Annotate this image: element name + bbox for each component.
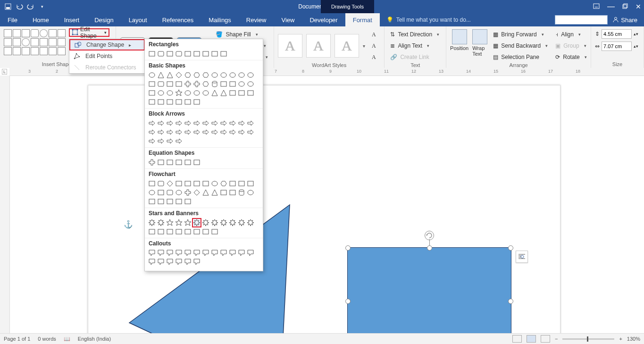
shape-flow-13[interactable] xyxy=(157,188,165,197)
rotate-button[interactable]: ⟳Rotate xyxy=(553,52,588,62)
shape-arrows-0[interactable] xyxy=(148,119,156,127)
height-spinner-icon[interactable]: ▴▾ xyxy=(634,32,638,36)
equation-grid[interactable] xyxy=(145,157,263,168)
tab-file[interactable]: File xyxy=(0,13,25,26)
shape-flow-9[interactable] xyxy=(228,179,237,188)
width-spinner-icon[interactable]: ▴▾ xyxy=(634,44,638,49)
shape-stars-0[interactable] xyxy=(148,218,156,227)
send-backward-button[interactable]: ▦Send Backward xyxy=(491,41,550,51)
minimize-icon[interactable]: — xyxy=(607,5,615,8)
more-wordart-icon[interactable]: ▾ xyxy=(363,43,365,49)
text-direction-button[interactable]: ⇅Text Direction xyxy=(388,29,441,40)
shape-arrows-18[interactable] xyxy=(201,128,210,136)
align-button[interactable]: ⫞Align xyxy=(553,29,588,40)
tab-format[interactable]: Format xyxy=(345,13,380,26)
stars-grid[interactable] xyxy=(145,218,263,238)
shape-stars-15[interactable] xyxy=(175,227,183,236)
tab-selector[interactable]: L xyxy=(2,69,7,75)
shape-arrows-8[interactable] xyxy=(219,119,228,127)
shape-arrows-27[interactable] xyxy=(175,137,183,145)
selection-pane-button[interactable]: ▤Selection Pane xyxy=(491,52,550,62)
spellcheck-icon[interactable]: 📖 xyxy=(64,336,70,342)
shape-arrows-1[interactable] xyxy=(157,119,165,127)
menu-change-shape[interactable]: Change Shape xyxy=(69,39,145,50)
shape-rect-0[interactable] xyxy=(148,50,156,58)
tab-mailings[interactable]: Mailings xyxy=(201,13,239,26)
shape-flow-27[interactable] xyxy=(175,197,183,206)
shape-arrows-4[interactable] xyxy=(184,119,192,127)
rotation-handle[interactable] xyxy=(425,231,434,240)
shape-arrows-13[interactable] xyxy=(157,128,165,136)
shape-stars-9[interactable] xyxy=(228,218,237,227)
shape-arrows-12[interactable] xyxy=(148,128,156,136)
shape-stars-8[interactable] xyxy=(219,218,228,227)
shape-arrows-6[interactable] xyxy=(201,119,210,127)
shape-fill-button[interactable]: 🪣Shape Fill xyxy=(214,29,270,40)
shape-flow-10[interactable] xyxy=(237,179,246,188)
shape-basic-15[interactable] xyxy=(175,80,183,88)
shape-basic-31[interactable] xyxy=(210,89,219,97)
shape-flow-18[interactable] xyxy=(201,188,210,197)
menu-edit-points[interactable]: Edit Points xyxy=(69,50,145,62)
print-layout-icon[interactable] xyxy=(527,335,536,343)
tab-home[interactable]: Home xyxy=(25,13,57,26)
shape-stars-17[interactable] xyxy=(192,227,201,236)
shape-arrows-11[interactable] xyxy=(246,119,255,127)
shape-flow-26[interactable] xyxy=(166,197,174,206)
selected-rectangle-shape[interactable] xyxy=(347,247,511,344)
shape-basic-11[interactable] xyxy=(246,71,255,79)
shape-flow-7[interactable] xyxy=(210,179,219,188)
shape-basic-30[interactable] xyxy=(201,89,210,97)
resize-handle-nw[interactable] xyxy=(345,245,351,251)
shape-arrows-21[interactable] xyxy=(228,128,237,136)
shape-basic-16[interactable] xyxy=(184,80,192,88)
shape-basic-32[interactable] xyxy=(219,89,228,97)
shape-call-7[interactable] xyxy=(210,249,219,257)
shape-arrows-26[interactable] xyxy=(166,137,174,145)
shape-basic-29[interactable] xyxy=(192,89,201,97)
zoom-out-icon[interactable]: − xyxy=(555,336,558,342)
shape-basic-40[interactable] xyxy=(184,98,192,106)
shape-rect-7[interactable] xyxy=(210,50,219,58)
shape-rect-1[interactable] xyxy=(157,50,165,58)
shape-eq-0[interactable] xyxy=(148,158,156,167)
bring-forward-button[interactable]: ▦Bring Forward xyxy=(491,29,550,40)
shape-basic-20[interactable] xyxy=(219,80,228,88)
shape-basic-9[interactable] xyxy=(228,71,237,79)
shape-basic-38[interactable] xyxy=(166,98,174,106)
shape-basic-33[interactable] xyxy=(228,89,237,97)
shape-stars-11[interactable] xyxy=(246,218,255,227)
save-icon[interactable] xyxy=(4,2,12,11)
shape-arrows-14[interactable] xyxy=(166,128,174,136)
shape-eq-5[interactable] xyxy=(192,158,201,167)
shape-rect-3[interactable] xyxy=(175,50,183,58)
shape-basic-25[interactable] xyxy=(157,89,165,97)
shape-basic-37[interactable] xyxy=(157,98,165,106)
shape-call-17[interactable] xyxy=(192,258,201,266)
resize-handle-w[interactable] xyxy=(345,299,351,304)
shape-flow-21[interactable] xyxy=(228,188,237,197)
status-language[interactable]: English (India) xyxy=(78,336,111,342)
shape-call-11[interactable] xyxy=(246,249,255,257)
web-layout-icon[interactable] xyxy=(541,335,550,343)
shape-call-6[interactable] xyxy=(201,249,210,257)
qat-customize-icon[interactable]: ▾ xyxy=(38,2,46,11)
shape-basic-22[interactable] xyxy=(237,80,246,88)
zoom-in-icon[interactable]: + xyxy=(619,336,622,342)
shape-basic-24[interactable] xyxy=(148,89,156,97)
shape-call-12[interactable] xyxy=(148,258,156,266)
undo-icon[interactable] xyxy=(15,2,24,11)
shape-stars-13[interactable] xyxy=(157,227,165,236)
restore-icon[interactable] xyxy=(622,3,628,10)
shape-flow-24[interactable] xyxy=(148,197,156,206)
shape-call-10[interactable] xyxy=(237,249,246,257)
shape-basic-14[interactable] xyxy=(166,80,174,88)
layout-options-button[interactable] xyxy=(516,251,528,263)
shape-basic-10[interactable] xyxy=(237,71,246,79)
read-mode-icon[interactable] xyxy=(512,335,522,343)
shape-rect-4[interactable] xyxy=(184,50,192,58)
tell-me-search[interactable]: 💡 Tell me what you want to do... xyxy=(386,13,471,26)
shape-flow-2[interactable] xyxy=(166,179,174,188)
shape-eq-1[interactable] xyxy=(157,158,165,167)
share-button[interactable]: Share xyxy=(612,16,637,24)
